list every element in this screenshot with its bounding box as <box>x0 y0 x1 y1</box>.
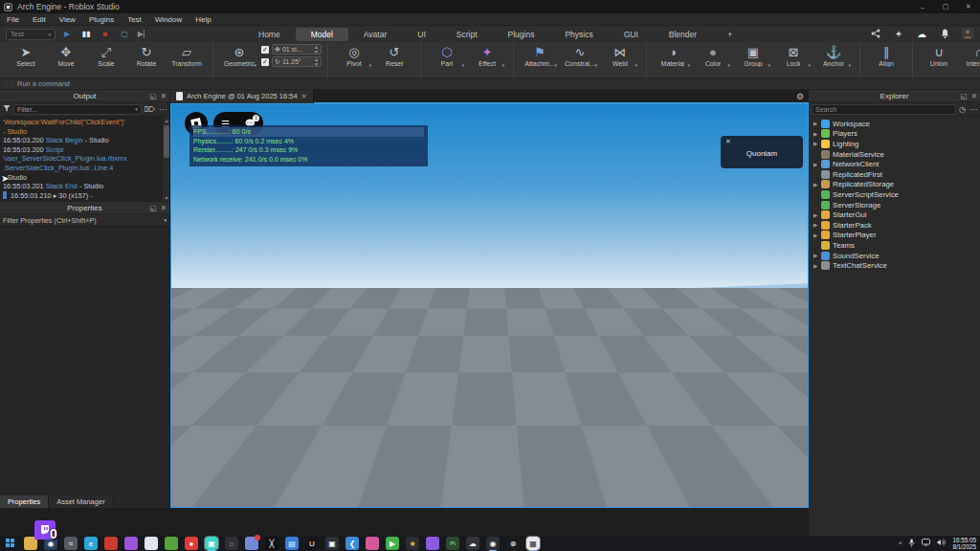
tab-[interactable]: + <box>712 28 747 41</box>
explorer-item-textchatservice[interactable]: ▶TextChatService <box>809 260 980 271</box>
step-button[interactable]: ▶▏ <box>136 28 151 40</box>
place-tab-close-icon[interactable]: ✕ <box>301 93 307 100</box>
viewport-settings-gear-icon[interactable]: ⚙ <box>796 92 804 101</box>
menu-item-edit[interactable]: Edit <box>26 13 53 26</box>
anchor-button[interactable]: ⚓Anchor▾ <box>813 44 854 77</box>
close-icon[interactable]: ✕ <box>161 204 167 212</box>
menu-item-help[interactable]: Help <box>189 13 217 26</box>
snap-rotate-checkbox[interactable]: ✓ <box>261 58 269 66</box>
explorer-item-players[interactable]: ▶Players <box>809 129 980 140</box>
explorer-item-starterpack[interactable]: ▶StarterPack <box>809 220 980 231</box>
expand-arrow-icon[interactable]: ▶ <box>813 131 818 137</box>
move-button[interactable]: ✥Move <box>46 44 86 77</box>
explorer-item-serverscriptservice[interactable]: ServerScriptService <box>809 189 980 200</box>
test-mode-dropdown[interactable]: Test▾ <box>6 29 56 40</box>
geometric-button[interactable]: ⊛Geometric▾ <box>219 44 259 77</box>
tab-physics[interactable]: Physics <box>549 28 608 41</box>
explorer-item-startergui[interactable]: ▶StarterGui <box>809 209 980 220</box>
avatar[interactable] <box>961 27 974 40</box>
tab-gui[interactable]: GUI <box>609 28 654 41</box>
speaker-tray-icon[interactable] <box>937 539 946 548</box>
menu-item-plugins[interactable]: Plugins <box>82 13 121 26</box>
explorer-item-replicatedstorage[interactable]: ▶ReplicatedStorage <box>809 180 980 190</box>
assistant-sparkle-icon[interactable]: ✦ <box>892 27 905 40</box>
close-icon[interactable]: ✕ <box>161 92 167 100</box>
pivot-button[interactable]: ◎Pivot▾ <box>334 44 374 77</box>
notifications-bell-icon[interactable] <box>938 27 951 40</box>
tab-home[interactable]: Home <box>243 28 296 41</box>
tab-avatar[interactable]: Avatar <box>348 28 402 41</box>
tab-ui[interactable]: UI <box>402 28 441 41</box>
scale-button[interactable]: ⤢Scale <box>86 44 126 77</box>
explorer-item-workspace[interactable]: ▶Workspace <box>809 119 980 129</box>
selection-box-button[interactable]: ▢ <box>117 28 132 40</box>
output-log[interactable]: 'Workspace:WaitForChild("ClickEvent")'- … <box>0 117 169 202</box>
part-button[interactable]: ⬡Part▾ <box>427 44 467 77</box>
cloud-app-icon[interactable]: ☁ <box>466 537 479 550</box>
stepper-icon[interactable]: ▲▼ <box>314 45 319 55</box>
align-button[interactable]: ∥Align <box>866 44 906 77</box>
material-button[interactable]: ◑Material▾ <box>653 44 693 77</box>
output-filter-dropdown[interactable]: Filter...▾ <box>13 104 142 115</box>
expand-arrow-icon[interactable]: ▶ <box>813 222 818 228</box>
pink-app-icon[interactable] <box>366 537 379 550</box>
menu-item-view[interactable]: View <box>53 13 82 26</box>
color-button[interactable]: ●Color▾ <box>693 44 733 77</box>
notes-app-icon[interactable]: ▤ <box>285 537 299 550</box>
place-tab[interactable]: Arch Engine @ 01 Aug 2025 16:54 ✕ <box>170 90 314 103</box>
expand-arrow-icon[interactable]: ▶ <box>813 162 818 167</box>
expand-arrow-icon[interactable]: ▶ <box>813 253 818 258</box>
explorer-item-serverstorage[interactable]: ServerStorage <box>809 200 980 210</box>
clear-output-icon[interactable]: ⌦ <box>145 105 155 114</box>
explorer-item-lighting[interactable]: ▶Lighting <box>809 139 980 149</box>
explorer-item-networkclient[interactable]: ▶NetworkClient <box>809 159 980 169</box>
snap-move-field[interactable]: ✥01 st...▲▼ <box>272 44 322 55</box>
discord-icon[interactable] <box>245 537 258 550</box>
filter-funnel-icon[interactable] <box>3 104 11 114</box>
steam-running-icon[interactable]: ◉ <box>486 537 500 550</box>
minecraft-icon[interactable] <box>165 537 178 550</box>
grip-app-icon[interactable]: ≈ <box>64 537 78 550</box>
start-button[interactable] <box>4 537 17 550</box>
toolbar-grip[interactable]: ⋮⋮ <box>3 80 14 88</box>
minimize-button[interactable]: – <box>911 0 934 13</box>
game-3d-viewport[interactable]: ☰ 💬0 FPS............: 60 0/sPhysics.....… <box>170 103 809 508</box>
output-scrollbar[interactable]: ▴ ▾ <box>162 117 169 202</box>
constrai-button[interactable]: ∿Constrai...▾ <box>560 44 600 77</box>
notification-close-icon[interactable]: ✕ <box>725 138 731 145</box>
select-button[interactable]: ➤Select <box>6 44 46 77</box>
tab-script[interactable]: Script <box>441 28 493 41</box>
expand-arrow-icon[interactable]: ▶ <box>813 121 818 126</box>
microphone-tray-icon[interactable] <box>908 539 915 549</box>
unreal-engine-icon[interactable]: U <box>305 537 319 550</box>
pause-button[interactable]: ▮▮ <box>78 28 94 40</box>
snap-rotate-field[interactable]: ↻11.25°▲▼ <box>272 56 322 67</box>
menu-item-window[interactable]: Window <box>148 13 189 26</box>
tab-plugins[interactable]: Plugins <box>493 28 550 41</box>
explorer-item-replicatedfirst[interactable]: ReplicatedFirst <box>809 169 980 180</box>
purple-circle-app-icon[interactable] <box>426 537 439 550</box>
maximize-button[interactable]: ▢ <box>934 0 957 13</box>
edge-browser-icon[interactable]: e <box>84 537 98 550</box>
lock-button[interactable]: ⊠Lock▾ <box>773 44 813 77</box>
close-button[interactable]: ✕ <box>957 0 980 13</box>
explorer-item-soundservice[interactable]: ▶SoundService <box>809 251 980 261</box>
menu-item-test[interactable]: Test <box>121 13 148 26</box>
stop-button[interactable]: ■ <box>98 28 113 40</box>
expand-arrow-icon[interactable]: ▶ <box>813 232 818 238</box>
dock-tab-asset-manager[interactable]: Asset Manager <box>49 496 113 508</box>
dock-tab-properties[interactable]: Properties <box>0 496 49 508</box>
more-options-icon[interactable]: ⋯ <box>969 105 977 114</box>
play-button[interactable]: ▶ <box>59 28 75 40</box>
close-icon[interactable]: ✕ <box>971 92 977 100</box>
expand-arrow-icon[interactable]: ▶ <box>813 263 818 269</box>
obs-icon[interactable]: ◌ <box>225 537 238 550</box>
stepper-icon[interactable]: ▲▼ <box>314 57 319 67</box>
popout-icon[interactable]: ◱ <box>961 92 968 100</box>
expand-arrow-icon[interactable]: ▶ <box>813 141 818 146</box>
group-button[interactable]: ▣Group▾ <box>733 44 773 77</box>
robot-app-icon[interactable]: ▣ <box>205 537 218 550</box>
intersect-button[interactable]: ∩Intersect <box>959 44 980 77</box>
red-app-icon[interactable] <box>104 537 118 550</box>
weld-button[interactable]: ⋈Weld▾ <box>600 44 640 77</box>
